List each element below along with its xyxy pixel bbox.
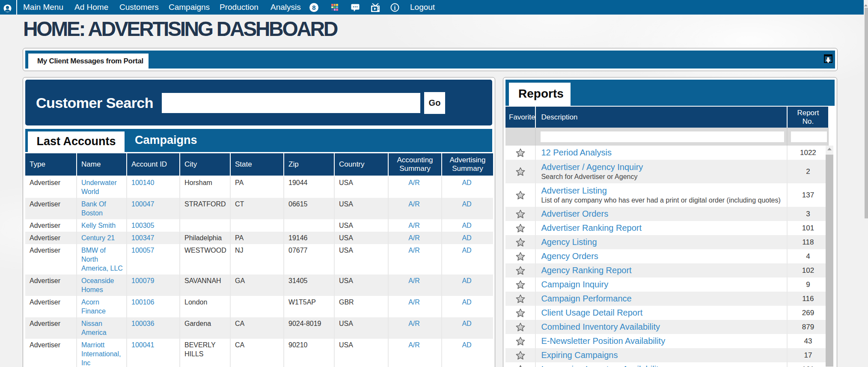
svg-text:i: i [394,5,396,11]
